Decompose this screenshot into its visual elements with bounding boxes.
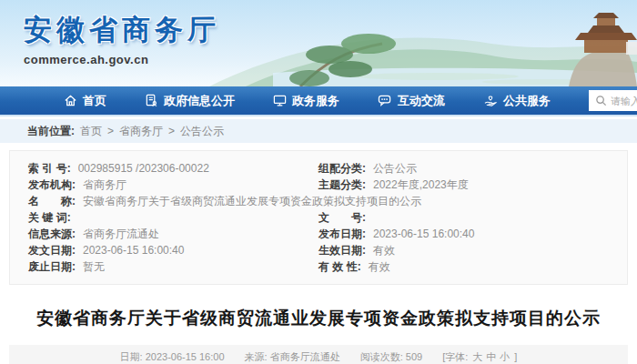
article-views-label: 阅读次数: xyxy=(360,351,406,362)
field-label: 信息来源: xyxy=(28,226,76,242)
field-value: 暂无 xyxy=(83,258,105,275)
article-date-label: 日期: xyxy=(120,351,146,362)
site-title: 安徽省商务厅 xyxy=(24,11,220,49)
nav-item-gov-services[interactable]: 政务服务 xyxy=(273,93,339,109)
article-meta-bar: 日期: 2023-06-15 16:00 来源: 省商务厅流通处 阅读次数: 5… xyxy=(9,345,628,364)
search-icon xyxy=(595,95,607,106)
field-label: 文 号: xyxy=(318,209,366,226)
field-document-name: 名 称: 安徽省商务厅关于省级商贸流通业发展专项资金政策拟支持项目的公示 xyxy=(28,193,609,209)
nav-item-interaction[interactable]: 互动交流 xyxy=(378,93,445,109)
nav-item-label: 政府信息公开 xyxy=(164,93,235,109)
article-date: 日期: 2023-06-15 16:00 xyxy=(120,350,225,364)
field-label: 发文日期: xyxy=(28,242,76,258)
search-input[interactable] xyxy=(611,96,637,106)
field-value: 有效 xyxy=(373,242,395,258)
search-box xyxy=(589,90,637,111)
field-issuing-agency: 发布机构: 省商务厅 xyxy=(28,177,318,193)
chat-icon xyxy=(378,94,392,107)
article-source: 来源: 省商务厅流通处 xyxy=(245,350,340,364)
breadcrumb: 当前位置: 首页 > 省商务厅 > 公告公示 xyxy=(0,119,637,143)
document-metadata-panel: 索 引 号: 002985915 /202306-00022 组配分类: 公告公… xyxy=(9,150,628,285)
font-size-selector: [字体: 大中小 ] xyxy=(442,350,517,364)
article-source-value: 省商务厅流通处 xyxy=(270,351,340,362)
breadcrumb-link-announcements[interactable]: 公告公示 xyxy=(180,124,224,139)
field-label: 组配分类: xyxy=(318,160,366,177)
site-header: 安徽省商务厅 commerce.ah.gov.cn xyxy=(0,0,637,86)
field-label: 关 键 词: xyxy=(28,209,71,226)
document-icon xyxy=(145,94,158,107)
field-category: 组配分类: 公告公示 xyxy=(318,160,609,177)
field-label: 主题分类: xyxy=(318,177,366,193)
field-effective-date: 生效日期: 有效 xyxy=(318,242,609,258)
main-navbar: 首页 政府信息公开 政务服务 互动交流 公共服务 搜索 xyxy=(0,86,637,116)
article-date-value: 2023-06-15 16:00 xyxy=(146,351,225,362)
site-brand: 安徽省商务厅 commerce.ah.gov.cn xyxy=(24,11,220,66)
article-views: 阅读次数: 509 xyxy=(360,350,422,364)
field-label: 发布日期: xyxy=(318,226,366,242)
font-size-suffix: ] xyxy=(511,351,517,362)
nav-item-label: 公共服务 xyxy=(503,93,551,109)
field-label: 生效日期: xyxy=(318,242,366,258)
field-validity: 有 效 性: 有效 xyxy=(318,258,609,275)
nav-item-label: 互动交流 xyxy=(398,93,445,109)
field-value: 2022年度,2023年度 xyxy=(373,177,469,193)
breadcrumb-link-home[interactable]: 首页 xyxy=(80,124,102,139)
home-icon xyxy=(64,94,77,107)
monitor-icon xyxy=(273,94,287,107)
article-source-label: 来源: xyxy=(245,351,270,362)
field-expiry-date: 废止日期: 暂无 xyxy=(28,258,318,275)
field-label: 有 效 性: xyxy=(318,258,361,275)
field-index-number: 索 引 号: 002985915 /202306-00022 xyxy=(28,160,318,177)
breadcrumb-prefix: 当前位置: xyxy=(27,124,75,139)
font-size-prefix: [字体: xyxy=(442,351,470,362)
nav-item-label: 政务服务 xyxy=(292,93,339,109)
field-topic-category: 主题分类: 2022年度,2023年度 xyxy=(318,177,609,193)
field-label: 废止日期: xyxy=(28,258,76,275)
hand-heart-icon xyxy=(483,94,498,107)
nav-item-label: 首页 xyxy=(83,93,106,109)
field-value: 省商务厅流通处 xyxy=(83,226,159,242)
font-size-medium-button[interactable]: 中 xyxy=(486,351,496,362)
article-title: 安徽省商务厅关于省级商贸流通业发展专项资金政策拟支持项目的公示 xyxy=(36,307,601,330)
field-keywords: 关 键 词: xyxy=(28,209,318,226)
breadcrumb-link-department[interactable]: 省商务厅 xyxy=(119,124,163,139)
site-url: commerce.ah.gov.cn xyxy=(24,53,220,66)
field-info-source: 信息来源: 省商务厅流通处 xyxy=(28,226,318,242)
nav-item-gov-info[interactable]: 政府信息公开 xyxy=(145,93,235,109)
field-value: 2023-06-15 16:00:40 xyxy=(373,226,474,242)
nav-item-home[interactable]: 首页 xyxy=(64,93,106,109)
field-value: 002985915 /202306-00022 xyxy=(78,160,209,177)
breadcrumb-separator: > xyxy=(168,125,175,137)
article-views-count: 509 xyxy=(406,351,422,362)
field-label: 发布机构: xyxy=(28,177,76,193)
field-value: 公告公示 xyxy=(373,160,417,177)
field-value: 省商务厅 xyxy=(83,177,126,193)
field-value: 2023-06-15 16:00:40 xyxy=(83,242,184,258)
nav-item-public-services[interactable]: 公共服务 xyxy=(483,93,551,109)
font-size-small-button[interactable]: 小 xyxy=(500,351,510,362)
field-issue-date: 发文日期: 2023-06-15 16:00:40 xyxy=(28,242,318,258)
field-document-number: 文 号: xyxy=(318,209,609,226)
search-area: 搜索 xyxy=(589,90,637,111)
breadcrumb-separator: > xyxy=(107,125,114,137)
field-label: 索 引 号: xyxy=(28,160,71,177)
field-value: 安徽省商务厅关于省级商贸流通业发展专项资金政策拟支持项目的公示 xyxy=(83,193,421,209)
field-publish-date: 发布日期: 2023-06-15 16:00:40 xyxy=(318,226,609,242)
field-value: 有效 xyxy=(369,258,390,275)
font-size-large-button[interactable]: 大 xyxy=(472,351,482,362)
field-label: 名 称: xyxy=(28,193,76,209)
